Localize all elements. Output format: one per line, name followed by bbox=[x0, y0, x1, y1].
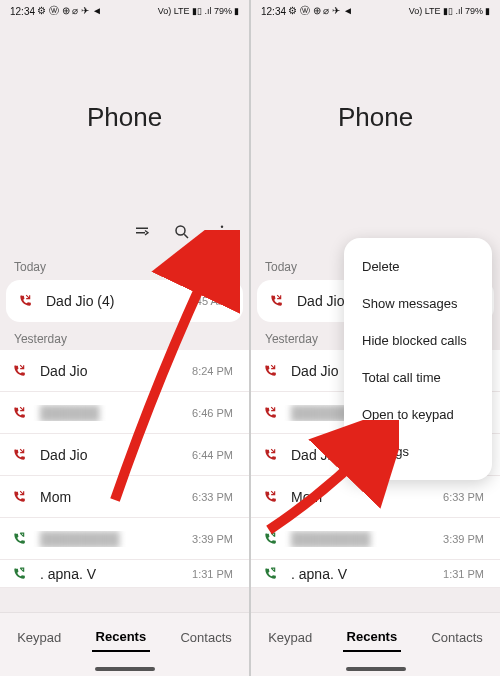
nav-recents[interactable]: Recents bbox=[343, 623, 402, 652]
call-row[interactable]: ████████ 3:39 PM bbox=[0, 518, 249, 560]
nav-contacts[interactable]: Contacts bbox=[176, 624, 235, 651]
nav-contacts[interactable]: Contacts bbox=[427, 624, 486, 651]
call-time: 1:31 PM bbox=[443, 568, 484, 580]
incoming-call-icon bbox=[263, 490, 281, 504]
incoming-call-icon bbox=[269, 294, 287, 308]
call-time: 6:33 PM bbox=[192, 491, 233, 503]
more-icon[interactable] bbox=[213, 223, 231, 241]
call-name: Mom bbox=[30, 489, 192, 505]
call-name: Dad Jio bbox=[30, 363, 192, 379]
call-time: 1:31 PM bbox=[192, 568, 233, 580]
call-time: 6:44 PM bbox=[192, 449, 233, 461]
header: Phone bbox=[251, 22, 500, 212]
menu-show-messages[interactable]: Show messages bbox=[344, 285, 492, 322]
svg-line-3 bbox=[184, 234, 188, 238]
section-today: Today bbox=[0, 252, 249, 278]
status-time: 12:34 bbox=[261, 6, 286, 17]
svg-point-4 bbox=[221, 226, 223, 228]
svg-point-6 bbox=[221, 236, 223, 238]
call-name: ██████ bbox=[30, 405, 192, 421]
menu-hide-blocked[interactable]: Hide blocked calls bbox=[344, 322, 492, 359]
status-right: Vo) LTE ▮▯ .ıl 79% ▮ bbox=[158, 6, 239, 16]
status-right-label: Vo) LTE ▮▯ .ıl 79% bbox=[158, 6, 232, 16]
call-name: Mom bbox=[281, 489, 443, 505]
nav-handle[interactable] bbox=[251, 662, 500, 676]
outgoing-call-icon bbox=[263, 567, 281, 581]
nav-handle[interactable] bbox=[0, 662, 249, 676]
call-row[interactable]: ████████ 3:39 PM bbox=[251, 518, 500, 560]
filter-icon[interactable] bbox=[133, 223, 151, 241]
status-left-icons: ⚙ ⓦ ⊕ ⌀ ✈ ◄ bbox=[288, 4, 353, 18]
section-yesterday: Yesterday bbox=[0, 324, 249, 350]
call-name: Dad Jio (4) bbox=[36, 293, 196, 309]
battery-icon: ▮ bbox=[485, 6, 490, 16]
toolbar bbox=[0, 212, 249, 252]
call-row[interactable]: Mom 6:33 PM bbox=[0, 476, 249, 518]
menu-open-keypad[interactable]: Open to keypad bbox=[344, 396, 492, 433]
call-time: 6:33 PM bbox=[443, 491, 484, 503]
status-bar: 12:34 ⚙ ⓦ ⊕ ⌀ ✈ ◄ Vo) LTE ▮▯ .ıl 79% ▮ bbox=[0, 0, 249, 22]
phone-left: 12:34 ⚙ ⓦ ⊕ ⌀ ✈ ◄ Vo) LTE ▮▯ .ıl 79% ▮ P… bbox=[0, 0, 249, 676]
outgoing-call-icon bbox=[12, 532, 30, 546]
incoming-call-icon bbox=[12, 490, 30, 504]
phone-right: 12:34 ⚙ ⓦ ⊕ ⌀ ✈ ◄ Vo) LTE ▮▯ .ıl 79% ▮ P… bbox=[251, 0, 500, 676]
search-icon[interactable] bbox=[173, 223, 191, 241]
status-right-label: Vo) LTE ▮▯ .ıl 79% bbox=[409, 6, 483, 16]
call-time: 45 AM bbox=[196, 295, 227, 307]
status-right: Vo) LTE ▮▯ .ıl 79% ▮ bbox=[409, 6, 490, 16]
call-row[interactable]: . apna. V 1:31 PM bbox=[0, 560, 249, 588]
bottom-nav: Keypad Recents Contacts bbox=[251, 612, 500, 662]
svg-point-2 bbox=[176, 226, 185, 235]
call-time: 8:24 PM bbox=[192, 365, 233, 377]
incoming-call-icon bbox=[263, 448, 281, 462]
page-title: Phone bbox=[87, 102, 162, 133]
call-name: Dad Jio bbox=[30, 447, 192, 463]
call-row[interactable]: Dad Jio (4) 45 AM bbox=[6, 280, 243, 322]
bottom-nav: Keypad Recents Contacts bbox=[0, 612, 249, 662]
call-time: 6:46 PM bbox=[192, 407, 233, 419]
header: Phone bbox=[0, 22, 249, 212]
status-left: 12:34 ⚙ ⓦ ⊕ ⌀ ✈ ◄ bbox=[10, 4, 102, 18]
status-time: 12:34 bbox=[10, 6, 35, 17]
call-row[interactable]: . apna. V 1:31 PM bbox=[251, 560, 500, 588]
menu-total-time[interactable]: Total call time bbox=[344, 359, 492, 396]
battery-icon: ▮ bbox=[234, 6, 239, 16]
incoming-call-icon bbox=[12, 406, 30, 420]
incoming-call-icon bbox=[12, 448, 30, 462]
call-time: 3:39 PM bbox=[192, 533, 233, 545]
page-title: Phone bbox=[338, 102, 413, 133]
status-left: 12:34 ⚙ ⓦ ⊕ ⌀ ✈ ◄ bbox=[261, 4, 353, 18]
outgoing-call-icon bbox=[12, 567, 30, 581]
status-left-icons: ⚙ ⓦ ⊕ ⌀ ✈ ◄ bbox=[37, 4, 102, 18]
call-name: . apna. V bbox=[30, 566, 192, 582]
incoming-call-icon bbox=[263, 406, 281, 420]
outgoing-call-icon bbox=[263, 532, 281, 546]
call-row[interactable]: Dad Jio 6:44 PM bbox=[0, 434, 249, 476]
status-bar: 12:34 ⚙ ⓦ ⊕ ⌀ ✈ ◄ Vo) LTE ▮▯ .ıl 79% ▮ bbox=[251, 0, 500, 22]
incoming-call-icon bbox=[12, 364, 30, 378]
call-list: Today Dad Jio (4) 45 AM Yesterday Dad Ji… bbox=[0, 252, 249, 612]
incoming-call-icon bbox=[18, 294, 36, 308]
call-name: ████████ bbox=[30, 531, 192, 547]
menu-settings[interactable]: Settings bbox=[344, 433, 492, 470]
incoming-call-icon bbox=[263, 364, 281, 378]
nav-keypad[interactable]: Keypad bbox=[13, 624, 65, 651]
nav-keypad[interactable]: Keypad bbox=[264, 624, 316, 651]
call-name: . apna. V bbox=[281, 566, 443, 582]
call-name: ████████ bbox=[281, 531, 443, 547]
call-row[interactable]: Mom 6:33 PM bbox=[251, 476, 500, 518]
call-row[interactable]: Dad Jio 8:24 PM bbox=[0, 350, 249, 392]
menu-delete[interactable]: Delete bbox=[344, 248, 492, 285]
call-row[interactable]: ██████ 6:46 PM bbox=[0, 392, 249, 434]
overflow-menu: Delete Show messages Hide blocked calls … bbox=[344, 238, 492, 480]
call-time: 3:39 PM bbox=[443, 533, 484, 545]
svg-point-5 bbox=[221, 231, 223, 233]
nav-recents[interactable]: Recents bbox=[92, 623, 151, 652]
